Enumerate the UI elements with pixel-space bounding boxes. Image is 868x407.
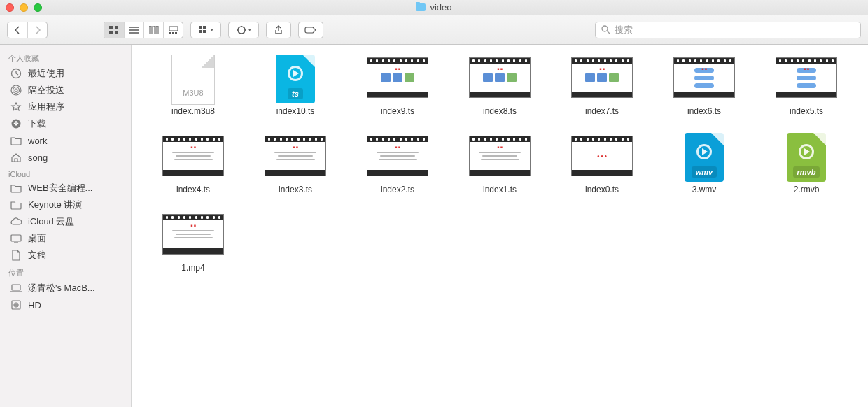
sidebar-item[interactable]: 文稿 [0, 247, 131, 264]
file-thumbnail: ■ ■ [469, 133, 531, 179]
file-item[interactable]: rmvb2.rmvb [759, 133, 854, 194]
sidebar-item[interactable]: 应用程序 [0, 99, 131, 115]
sidebar-item-label: 应用程序 [28, 101, 64, 113]
file-label: 1.mp4 [181, 263, 204, 273]
file-item[interactable]: tsindex10.ts [248, 55, 343, 116]
sidebar-item[interactable]: 汤青松's MacB... [0, 280, 131, 297]
file-item[interactable]: wmv3.wmv [657, 133, 752, 194]
svg-rect-9 [156, 26, 158, 34]
svg-rect-8 [153, 26, 155, 34]
svg-line-20 [607, 31, 610, 34]
folder-icon [10, 199, 22, 211]
file-item[interactable]: ● ● ●index0.ts [554, 133, 650, 194]
svg-point-19 [602, 26, 608, 31]
file-label: index9.ts [381, 106, 414, 116]
disk-icon [10, 299, 22, 311]
sidebar-item[interactable]: song [0, 149, 131, 166]
titlebar: video [0, 0, 868, 15]
gallery-view-button[interactable] [163, 22, 183, 38]
file-item[interactable]: ■ ■index1.ts [452, 133, 547, 194]
search-input[interactable]: 搜索 [595, 22, 861, 38]
sidebar-item[interactable]: WEB安全编程... [0, 180, 131, 197]
sidebar-section-header: 位置 [0, 264, 131, 280]
view-mode-buttons [104, 22, 183, 38]
svg-rect-28 [12, 285, 20, 290]
download-icon [10, 117, 22, 130]
arrange-button[interactable]: ▾ [190, 22, 221, 38]
file-thumbnail: ■ ■ [162, 133, 224, 179]
file-label: index10.ts [276, 106, 315, 116]
file-item[interactable]: M3U8index.m3u8 [146, 55, 241, 116]
file-thumbnail: ■ ■ [367, 133, 428, 179]
column-view-button[interactable] [144, 22, 163, 38]
file-thumbnail: ts [265, 55, 326, 101]
maximize-button[interactable] [34, 3, 42, 12]
svg-rect-16 [199, 30, 202, 33]
sidebar-item[interactable]: 隔空投送 [0, 82, 131, 99]
file-item[interactable]: ■ ■index5.ts [759, 55, 854, 116]
file-label: index0.ts [585, 185, 619, 194]
file-thumbnail: ■ ■ [469, 55, 531, 101]
tag-button[interactable] [298, 22, 323, 38]
svg-point-32 [15, 304, 17, 306]
sidebar-item[interactable]: HD [0, 297, 131, 313]
file-label: index4.ts [176, 185, 210, 194]
file-thumbnail: M3U8 [162, 55, 224, 101]
file-thumbnail: ■ ■ [776, 55, 837, 101]
chevron-down-icon: ▾ [248, 27, 251, 33]
forward-button[interactable] [27, 22, 47, 38]
file-item[interactable]: ■ ■index9.ts [350, 55, 445, 116]
file-label: index.m3u8 [172, 106, 215, 116]
minimize-button[interactable] [20, 3, 28, 12]
svg-rect-11 [169, 32, 172, 34]
sidebar-item-label: HD [28, 300, 41, 310]
sidebar-section-header: 个人收藏 [0, 49, 131, 65]
file-item[interactable]: ■ ■index7.ts [554, 55, 650, 116]
sidebar-item-label: 最近使用 [28, 67, 64, 80]
svg-rect-13 [175, 32, 177, 34]
file-item[interactable]: ■ ■index3.ts [248, 133, 343, 194]
file-item[interactable]: ■ ■index8.ts [452, 55, 547, 116]
file-thumbnail: ■ ■ [571, 55, 633, 101]
sidebar-item[interactable]: Keynote 讲演 [0, 197, 131, 213]
clock-icon [10, 67, 22, 80]
file-label: 3.wmv [692, 185, 717, 194]
chevron-down-icon: ▾ [211, 27, 214, 33]
close-button[interactable] [6, 3, 14, 12]
apps-icon [10, 101, 22, 113]
file-thumbnail: ■ ■ [265, 133, 326, 179]
icon-view-button[interactable] [104, 22, 124, 38]
file-label: index2.ts [381, 185, 414, 194]
desktop-icon [10, 232, 22, 245]
laptop-icon [10, 282, 22, 294]
svg-rect-2 [109, 31, 113, 34]
action-button[interactable]: ▾ [228, 22, 259, 38]
svg-rect-17 [203, 30, 206, 33]
file-label: index7.ts [585, 106, 619, 116]
list-view-button[interactable] [124, 22, 144, 38]
file-item[interactable]: ■ ■index6.ts [657, 55, 752, 116]
file-content-area[interactable]: M3U8index.m3u8tsindex10.ts■ ■index9.ts■ … [132, 45, 868, 407]
file-thumbnail: rmvb [776, 133, 837, 179]
svg-rect-26 [11, 235, 21, 241]
file-label: 2.rmvb [794, 185, 820, 194]
sidebar-item-label: WEB安全编程... [28, 182, 92, 194]
sidebar-item[interactable]: 最近使用 [0, 65, 131, 82]
share-button[interactable] [266, 22, 291, 38]
svg-rect-10 [169, 27, 178, 31]
search-icon [601, 25, 610, 34]
back-button[interactable] [8, 22, 27, 38]
file-item[interactable]: ■ ■index4.ts [146, 133, 241, 194]
sidebar-item[interactable]: 桌面 [0, 230, 131, 247]
sidebar-item[interactable]: work [0, 132, 131, 149]
file-label: index1.ts [483, 185, 517, 194]
folder-icon [10, 134, 22, 147]
file-item[interactable]: ■ ■1.mp4 [146, 211, 241, 273]
sidebar-item[interactable]: 下载 [0, 115, 131, 132]
sidebar-item-label: 文稿 [28, 249, 46, 262]
file-item[interactable]: ■ ■index2.ts [350, 133, 445, 194]
sidebar-item[interactable]: iCloud 云盘 [0, 213, 131, 230]
svg-point-22 [15, 89, 18, 92]
svg-rect-12 [172, 32, 174, 34]
nav-buttons [7, 22, 48, 38]
